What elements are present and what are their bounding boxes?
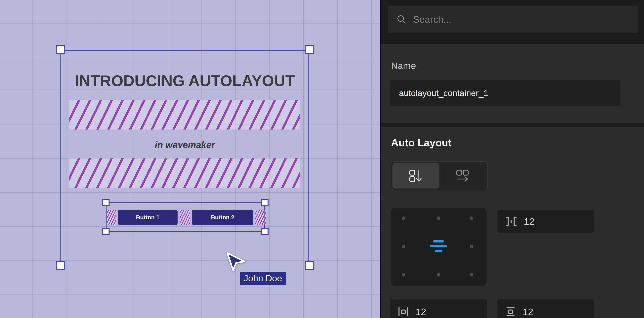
placeholder-strip-left[interactable]	[107, 210, 116, 225]
name-field[interactable]: autolayout_container_1	[390, 80, 620, 106]
search-placeholder: Search...	[413, 14, 451, 25]
placeholder-block-bottom[interactable]	[70, 159, 300, 188]
frame-subtitle-text[interactable]: in wavemaker	[60, 140, 309, 150]
horizontal-layout-icon	[456, 169, 469, 182]
padding-horizontal-icon	[398, 306, 410, 318]
properties-panel: Search... Name autolayout_container_1 Au…	[380, 0, 644, 318]
selection-handle-bottom-left[interactable]	[56, 261, 65, 270]
align-dot-top-right[interactable]	[470, 216, 474, 220]
collaborator-name-badge: John Doe	[240, 272, 286, 285]
direction-toggle	[391, 161, 488, 190]
padding-vertical-field[interactable]: 12	[497, 299, 594, 318]
placeholder-strip-middle[interactable]	[180, 210, 190, 225]
design-canvas[interactable]: INTRODUCING AUTOLAYOUT in wavemaker Butt…	[0, 0, 380, 318]
align-dot-bottom-right[interactable]	[470, 273, 474, 277]
padding-vertical-value: 12	[522, 306, 534, 318]
alignment-grid[interactable]	[391, 208, 486, 286]
align-dot-top-center[interactable]	[437, 216, 440, 220]
row-handle-top-right[interactable]	[261, 199, 268, 206]
vertical-layout-icon	[409, 169, 422, 182]
canvas-button-1[interactable]: Button 1	[118, 210, 178, 225]
collaborator-cursor-icon	[226, 252, 246, 271]
collaborator-name: John Doe	[244, 273, 282, 284]
canvas-button-2-label: Button 2	[211, 214, 234, 221]
direction-vertical-button[interactable]	[392, 163, 439, 188]
row-handle-bottom-left[interactable]	[102, 228, 110, 235]
padding-horizontal-field[interactable]: 12	[390, 299, 487, 318]
padding-horizontal-value: 12	[415, 306, 426, 318]
canvas-button-2[interactable]: Button 2	[192, 210, 253, 225]
align-dot-middle-right[interactable]	[470, 245, 474, 248]
search-input[interactable]: Search...	[388, 5, 638, 33]
align-center-icon	[430, 240, 447, 252]
align-dot-middle-left[interactable]	[402, 245, 406, 248]
search-icon	[396, 14, 406, 24]
padding-vertical-icon	[504, 306, 516, 318]
row-handle-bottom-right[interactable]	[261, 228, 268, 235]
selection-handle-bottom-right[interactable]	[305, 261, 314, 270]
canvas-button-1-label: Button 1	[136, 214, 160, 221]
gap-spacing-field[interactable]: 12	[497, 210, 594, 233]
direction-horizontal-button[interactable]	[439, 163, 486, 188]
auto-layout-title: Auto Layout	[391, 137, 452, 149]
align-dot-bottom-center[interactable]	[437, 273, 440, 277]
placeholder-strip-right[interactable]	[255, 210, 266, 225]
selection-handle-top-left[interactable]	[56, 45, 65, 54]
placeholder-block-top[interactable]	[70, 100, 300, 130]
name-label: Name	[391, 60, 416, 71]
row-handle-top-left[interactable]	[102, 199, 110, 206]
gap-spacing-value: 12	[524, 216, 535, 227]
frame-title-text[interactable]: INTRODUCING AUTOLAYOUT	[60, 72, 309, 90]
selection-handle-top-right[interactable]	[305, 45, 314, 54]
align-dot-bottom-left[interactable]	[402, 273, 406, 277]
align-dot-top-left[interactable]	[402, 216, 406, 220]
name-field-value: autolayout_container_1	[399, 88, 488, 98]
gap-spacing-icon	[504, 216, 518, 227]
